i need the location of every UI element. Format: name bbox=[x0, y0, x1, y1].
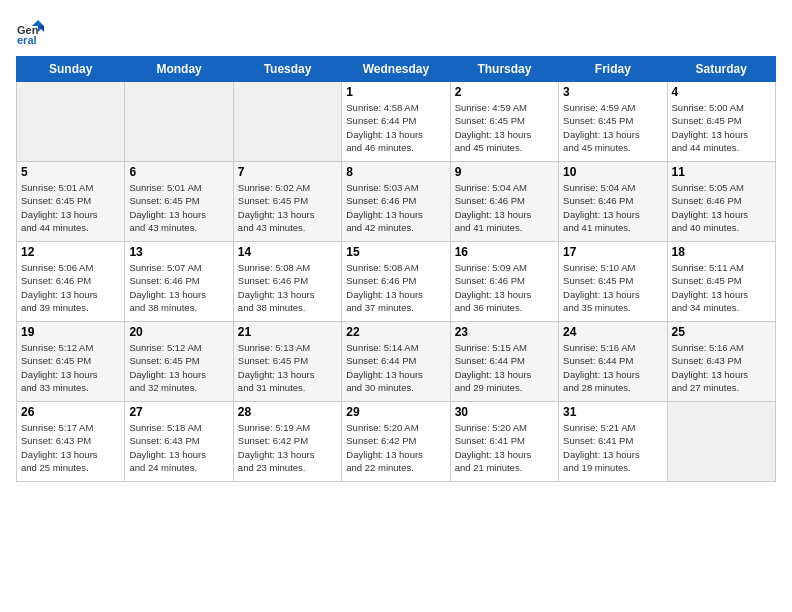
day-number: 22 bbox=[346, 325, 445, 339]
day-info: Sunrise: 5:21 AM Sunset: 6:41 PM Dayligh… bbox=[563, 421, 662, 474]
day-info: Sunrise: 5:11 AM Sunset: 6:45 PM Dayligh… bbox=[672, 261, 771, 314]
calendar-cell: 24Sunrise: 5:16 AM Sunset: 6:44 PM Dayli… bbox=[559, 322, 667, 402]
day-info: Sunrise: 4:59 AM Sunset: 6:45 PM Dayligh… bbox=[563, 101, 662, 154]
day-info: Sunrise: 5:08 AM Sunset: 6:46 PM Dayligh… bbox=[238, 261, 337, 314]
day-number: 28 bbox=[238, 405, 337, 419]
calendar-cell: 4Sunrise: 5:00 AM Sunset: 6:45 PM Daylig… bbox=[667, 82, 775, 162]
calendar-cell: 5Sunrise: 5:01 AM Sunset: 6:45 PM Daylig… bbox=[17, 162, 125, 242]
day-info: Sunrise: 5:10 AM Sunset: 6:45 PM Dayligh… bbox=[563, 261, 662, 314]
day-info: Sunrise: 5:04 AM Sunset: 6:46 PM Dayligh… bbox=[563, 181, 662, 234]
day-info: Sunrise: 5:02 AM Sunset: 6:45 PM Dayligh… bbox=[238, 181, 337, 234]
calendar-cell: 16Sunrise: 5:09 AM Sunset: 6:46 PM Dayli… bbox=[450, 242, 558, 322]
calendar-cell: 18Sunrise: 5:11 AM Sunset: 6:45 PM Dayli… bbox=[667, 242, 775, 322]
day-info: Sunrise: 5:12 AM Sunset: 6:45 PM Dayligh… bbox=[129, 341, 228, 394]
day-info: Sunrise: 5:03 AM Sunset: 6:46 PM Dayligh… bbox=[346, 181, 445, 234]
calendar-cell: 30Sunrise: 5:20 AM Sunset: 6:41 PM Dayli… bbox=[450, 402, 558, 482]
day-number: 23 bbox=[455, 325, 554, 339]
calendar-cell: 29Sunrise: 5:20 AM Sunset: 6:42 PM Dayli… bbox=[342, 402, 450, 482]
day-number: 7 bbox=[238, 165, 337, 179]
weekday-header-sunday: Sunday bbox=[17, 57, 125, 82]
calendar-cell: 8Sunrise: 5:03 AM Sunset: 6:46 PM Daylig… bbox=[342, 162, 450, 242]
day-number: 1 bbox=[346, 85, 445, 99]
day-info: Sunrise: 5:05 AM Sunset: 6:46 PM Dayligh… bbox=[672, 181, 771, 234]
day-info: Sunrise: 5:12 AM Sunset: 6:45 PM Dayligh… bbox=[21, 341, 120, 394]
day-number: 19 bbox=[21, 325, 120, 339]
day-info: Sunrise: 5:08 AM Sunset: 6:46 PM Dayligh… bbox=[346, 261, 445, 314]
day-number: 2 bbox=[455, 85, 554, 99]
day-info: Sunrise: 5:14 AM Sunset: 6:44 PM Dayligh… bbox=[346, 341, 445, 394]
day-info: Sunrise: 4:59 AM Sunset: 6:45 PM Dayligh… bbox=[455, 101, 554, 154]
day-info: Sunrise: 5:20 AM Sunset: 6:41 PM Dayligh… bbox=[455, 421, 554, 474]
day-number: 12 bbox=[21, 245, 120, 259]
calendar-cell: 26Sunrise: 5:17 AM Sunset: 6:43 PM Dayli… bbox=[17, 402, 125, 482]
day-number: 25 bbox=[672, 325, 771, 339]
day-number: 13 bbox=[129, 245, 228, 259]
day-info: Sunrise: 4:58 AM Sunset: 6:44 PM Dayligh… bbox=[346, 101, 445, 154]
week-row-2: 5Sunrise: 5:01 AM Sunset: 6:45 PM Daylig… bbox=[17, 162, 776, 242]
weekday-header-monday: Monday bbox=[125, 57, 233, 82]
calendar-cell: 25Sunrise: 5:16 AM Sunset: 6:43 PM Dayli… bbox=[667, 322, 775, 402]
day-info: Sunrise: 5:00 AM Sunset: 6:45 PM Dayligh… bbox=[672, 101, 771, 154]
calendar-table: SundayMondayTuesdayWednesdayThursdayFrid… bbox=[16, 56, 776, 482]
day-info: Sunrise: 5:18 AM Sunset: 6:43 PM Dayligh… bbox=[129, 421, 228, 474]
calendar-cell: 3Sunrise: 4:59 AM Sunset: 6:45 PM Daylig… bbox=[559, 82, 667, 162]
day-info: Sunrise: 5:01 AM Sunset: 6:45 PM Dayligh… bbox=[129, 181, 228, 234]
day-number: 16 bbox=[455, 245, 554, 259]
calendar-header: SundayMondayTuesdayWednesdayThursdayFrid… bbox=[17, 57, 776, 82]
day-number: 14 bbox=[238, 245, 337, 259]
day-number: 3 bbox=[563, 85, 662, 99]
calendar-cell: 7Sunrise: 5:02 AM Sunset: 6:45 PM Daylig… bbox=[233, 162, 341, 242]
calendar-cell: 9Sunrise: 5:04 AM Sunset: 6:46 PM Daylig… bbox=[450, 162, 558, 242]
week-row-1: 1Sunrise: 4:58 AM Sunset: 6:44 PM Daylig… bbox=[17, 82, 776, 162]
calendar-cell: 17Sunrise: 5:10 AM Sunset: 6:45 PM Dayli… bbox=[559, 242, 667, 322]
day-info: Sunrise: 5:16 AM Sunset: 6:43 PM Dayligh… bbox=[672, 341, 771, 394]
day-number: 11 bbox=[672, 165, 771, 179]
calendar-cell bbox=[667, 402, 775, 482]
week-row-5: 26Sunrise: 5:17 AM Sunset: 6:43 PM Dayli… bbox=[17, 402, 776, 482]
day-number: 24 bbox=[563, 325, 662, 339]
weekday-header-thursday: Thursday bbox=[450, 57, 558, 82]
day-number: 18 bbox=[672, 245, 771, 259]
day-info: Sunrise: 5:15 AM Sunset: 6:44 PM Dayligh… bbox=[455, 341, 554, 394]
day-number: 29 bbox=[346, 405, 445, 419]
day-number: 15 bbox=[346, 245, 445, 259]
day-info: Sunrise: 5:13 AM Sunset: 6:45 PM Dayligh… bbox=[238, 341, 337, 394]
day-info: Sunrise: 5:20 AM Sunset: 6:42 PM Dayligh… bbox=[346, 421, 445, 474]
weekday-header-friday: Friday bbox=[559, 57, 667, 82]
calendar-cell: 21Sunrise: 5:13 AM Sunset: 6:45 PM Dayli… bbox=[233, 322, 341, 402]
day-number: 20 bbox=[129, 325, 228, 339]
day-number: 30 bbox=[455, 405, 554, 419]
day-info: Sunrise: 5:09 AM Sunset: 6:46 PM Dayligh… bbox=[455, 261, 554, 314]
day-number: 21 bbox=[238, 325, 337, 339]
day-number: 6 bbox=[129, 165, 228, 179]
day-info: Sunrise: 5:17 AM Sunset: 6:43 PM Dayligh… bbox=[21, 421, 120, 474]
day-number: 10 bbox=[563, 165, 662, 179]
logo: Gen eral bbox=[16, 16, 48, 44]
calendar-cell bbox=[125, 82, 233, 162]
calendar-cell bbox=[233, 82, 341, 162]
calendar-cell: 12Sunrise: 5:06 AM Sunset: 6:46 PM Dayli… bbox=[17, 242, 125, 322]
page-header: Gen eral bbox=[16, 16, 776, 44]
day-number: 8 bbox=[346, 165, 445, 179]
calendar-cell: 31Sunrise: 5:21 AM Sunset: 6:41 PM Dayli… bbox=[559, 402, 667, 482]
calendar-cell: 27Sunrise: 5:18 AM Sunset: 6:43 PM Dayli… bbox=[125, 402, 233, 482]
day-info: Sunrise: 5:19 AM Sunset: 6:42 PM Dayligh… bbox=[238, 421, 337, 474]
calendar-cell: 6Sunrise: 5:01 AM Sunset: 6:45 PM Daylig… bbox=[125, 162, 233, 242]
day-number: 17 bbox=[563, 245, 662, 259]
calendar-cell: 2Sunrise: 4:59 AM Sunset: 6:45 PM Daylig… bbox=[450, 82, 558, 162]
day-info: Sunrise: 5:01 AM Sunset: 6:45 PM Dayligh… bbox=[21, 181, 120, 234]
calendar-cell: 14Sunrise: 5:08 AM Sunset: 6:46 PM Dayli… bbox=[233, 242, 341, 322]
calendar-cell: 19Sunrise: 5:12 AM Sunset: 6:45 PM Dayli… bbox=[17, 322, 125, 402]
week-row-3: 12Sunrise: 5:06 AM Sunset: 6:46 PM Dayli… bbox=[17, 242, 776, 322]
svg-text:eral: eral bbox=[17, 34, 37, 44]
week-row-4: 19Sunrise: 5:12 AM Sunset: 6:45 PM Dayli… bbox=[17, 322, 776, 402]
day-number: 27 bbox=[129, 405, 228, 419]
calendar-cell bbox=[17, 82, 125, 162]
weekday-header-saturday: Saturday bbox=[667, 57, 775, 82]
calendar-cell: 1Sunrise: 4:58 AM Sunset: 6:44 PM Daylig… bbox=[342, 82, 450, 162]
day-number: 5 bbox=[21, 165, 120, 179]
calendar-cell: 10Sunrise: 5:04 AM Sunset: 6:46 PM Dayli… bbox=[559, 162, 667, 242]
day-number: 26 bbox=[21, 405, 120, 419]
day-info: Sunrise: 5:04 AM Sunset: 6:46 PM Dayligh… bbox=[455, 181, 554, 234]
weekday-header-wednesday: Wednesday bbox=[342, 57, 450, 82]
